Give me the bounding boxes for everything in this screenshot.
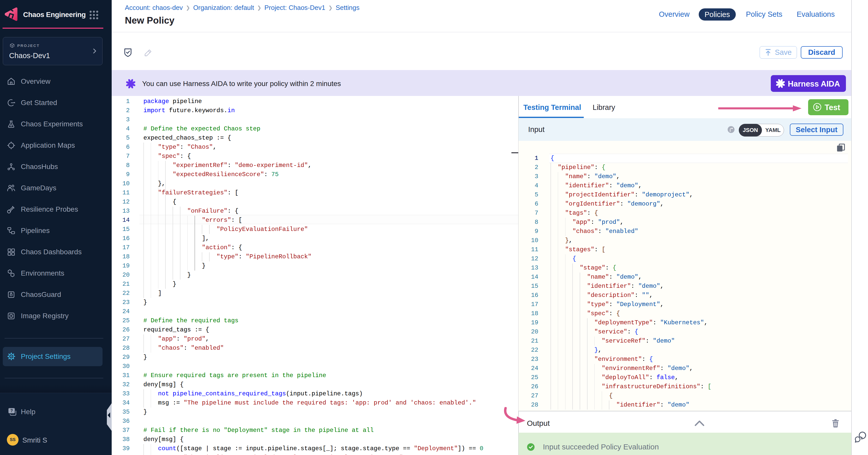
svg-text:?: ? (10, 409, 13, 413)
